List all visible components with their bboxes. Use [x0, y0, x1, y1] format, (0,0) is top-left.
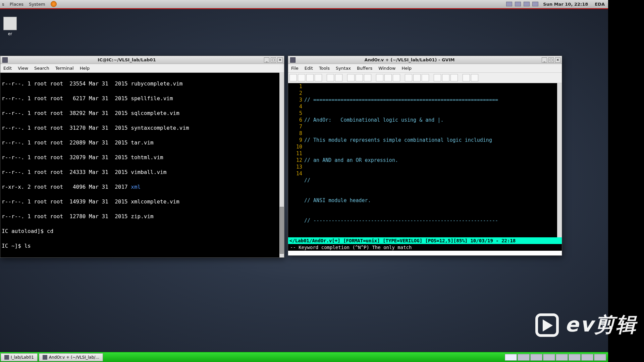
- menu-tools[interactable]: Tools: [316, 66, 333, 71]
- terminal-window[interactable]: IC@IC:~/VLSI_lab/Lab01 _ □ × Edit View S…: [0, 56, 284, 258]
- terminal-scrollbar[interactable]: [279, 73, 284, 257]
- undo-icon[interactable]: [327, 74, 334, 81]
- script-icon[interactable]: [422, 74, 429, 81]
- workspace-3[interactable]: [530, 354, 542, 361]
- terminal-line: r--r--. 1 root root 23554 Mar 31 2015 ru…: [2, 80, 283, 87]
- save-icon[interactable]: [298, 74, 305, 81]
- menu-system[interactable]: System: [26, 2, 48, 7]
- menu-file[interactable]: File: [288, 66, 302, 71]
- maximize-button[interactable]: □: [548, 57, 554, 63]
- paste-icon[interactable]: [364, 74, 371, 81]
- cut-icon[interactable]: [347, 74, 355, 81]
- shell-icon[interactable]: [442, 74, 449, 81]
- tray-icon[interactable]: [506, 2, 512, 6]
- help-icon[interactable]: [463, 74, 470, 81]
- menu-syntax[interactable]: Syntax: [333, 66, 354, 71]
- firefox-icon[interactable]: [51, 1, 57, 7]
- scrollbar-thumb[interactable]: [280, 207, 284, 254]
- tray-icon[interactable]: [515, 2, 521, 6]
- menu-terminal[interactable]: Terminal: [52, 66, 77, 71]
- menu-places[interactable]: Places: [7, 2, 26, 7]
- menu-apps[interactable]: s: [0, 2, 7, 7]
- gvim-editor[interactable]: 1234567891011121314 // =================…: [288, 83, 562, 237]
- open-icon[interactable]: [289, 74, 297, 81]
- gvim-title: AndOr.v + (~/VLSI_lab/Lab01) - GVIM: [298, 57, 542, 62]
- code-line: // =====================================…: [304, 97, 557, 103]
- session2-icon[interactable]: [413, 74, 421, 81]
- terminal-icon: [2, 57, 8, 63]
- menu-help[interactable]: Help: [77, 66, 93, 71]
- gvim-window[interactable]: AndOr.v + (~/VLSI_lab/Lab01) - GVIM _ □ …: [288, 56, 562, 256]
- task-label: AndOr.v + (~/VLSI_lab/...: [49, 355, 99, 360]
- desktop-icon-label: er: [0, 32, 20, 36]
- taskbar[interactable]: I_lab/Lab01 AndOr.v + (~/VLSI_lab/...: [0, 352, 608, 362]
- gvim-toolbar[interactable]: [288, 73, 562, 83]
- code-line: // ANSI module header.: [304, 197, 557, 204]
- print-icon[interactable]: [315, 74, 322, 81]
- red-stripe: [0, 8, 608, 9]
- code-line: // -------------------------------------…: [304, 217, 557, 224]
- search-help-icon[interactable]: [471, 74, 478, 81]
- code-line: // This module represents simple combina…: [304, 137, 557, 143]
- gvim-scrollbar[interactable]: [557, 83, 562, 237]
- task-label: I_lab/Lab01: [11, 355, 34, 360]
- terminal-line: r--r--. 1 root root 24333 Mar 31 2015 vi…: [2, 169, 283, 176]
- workspace-pager[interactable]: [505, 354, 608, 361]
- code-line: //: [304, 177, 557, 184]
- maximize-button[interactable]: □: [271, 57, 276, 63]
- terminal-line: r--r--. 1 root root 14939 Mar 31 2015 xm…: [2, 198, 283, 205]
- tray-icon[interactable]: [524, 2, 530, 6]
- desktop-icon[interactable]: er: [0, 17, 20, 36]
- minimize-button[interactable]: _: [542, 57, 547, 63]
- findprev-icon[interactable]: [393, 74, 400, 81]
- find-icon[interactable]: [376, 74, 383, 81]
- workspace-7[interactable]: [581, 354, 593, 361]
- close-button[interactable]: ×: [277, 57, 283, 63]
- gvim-statusline: </Lab01/AndOr.v[+] [FORMAT=unix] [TYPE=V…: [288, 237, 562, 244]
- terminal-titlebar[interactable]: IC@IC:~/VLSI_lab/Lab01 _ □ ×: [0, 56, 284, 64]
- terminal-line: IC autoload]$ cd: [2, 228, 283, 235]
- user-label[interactable]: EDA: [591, 2, 608, 7]
- gvim-titlebar[interactable]: AndOr.v + (~/VLSI_lab/Lab01) - GVIM _ □ …: [288, 56, 562, 64]
- workspace-8[interactable]: [594, 354, 606, 361]
- workspace-6[interactable]: [569, 354, 581, 361]
- close-button[interactable]: ×: [555, 57, 560, 63]
- menu-window[interactable]: Window: [375, 66, 398, 71]
- redo-icon[interactable]: [335, 74, 342, 81]
- make-icon[interactable]: [434, 74, 441, 81]
- terminal-line: r--r--. 1 root root 31270 Mar 31 2015 sy…: [2, 124, 283, 132]
- workspace-1[interactable]: [505, 354, 517, 361]
- terminal-body[interactable]: r--r--. 1 root root 23554 Mar 31 2015 ru…: [0, 73, 284, 257]
- findnext-icon[interactable]: [384, 74, 392, 81]
- menu-view[interactable]: View: [15, 66, 31, 71]
- menu-help[interactable]: Help: [398, 66, 415, 71]
- minimize-button[interactable]: _: [264, 57, 269, 63]
- gvim-commandline[interactable]: -- Keyword completion (^N^P) The only ma…: [288, 244, 562, 251]
- ctags-icon[interactable]: [450, 74, 458, 81]
- taskbar-button-terminal[interactable]: I_lab/Lab01: [1, 353, 38, 361]
- tray-icon[interactable]: [532, 2, 538, 6]
- terminal-line: r--r--. 1 root root 22089 Mar 31 2015 ta…: [2, 139, 283, 146]
- menu-edit[interactable]: Edit: [0, 66, 15, 71]
- workspace-5[interactable]: [556, 354, 568, 361]
- terminal-line: edu Documents ncsu-cdk-1.6.0.beta Public…: [2, 257, 283, 257]
- gvim-menubar[interactable]: File Edit Tools Syntax Buffers Window He…: [288, 64, 562, 73]
- menu-search[interactable]: Search: [31, 66, 52, 71]
- gvim-gutter: 1234567891011121314: [288, 83, 304, 237]
- terminal-line: r--r--. 1 root root 12780 Mar 31 2015 zi…: [2, 213, 283, 220]
- menu-edit[interactable]: Edit: [302, 66, 316, 71]
- session-icon[interactable]: [405, 74, 412, 81]
- taskbar-button-gvim[interactable]: AndOr.v + (~/VLSI_lab/...: [39, 353, 103, 361]
- copy-icon[interactable]: [356, 74, 363, 81]
- terminal-menubar[interactable]: Edit View Search Terminal Help: [0, 64, 284, 73]
- terminal-line: r-xr-x. 2 root root 4096 Mar 31 2017 xml: [2, 183, 283, 191]
- watermark-text: ev剪辑: [565, 311, 637, 339]
- gvim-text[interactable]: // =====================================…: [304, 83, 557, 237]
- menu-buffers[interactable]: Buffers: [354, 66, 375, 71]
- terminal-line: r--r--. 1 root root 38292 Mar 31 2015 sq…: [2, 110, 283, 117]
- clock[interactable]: Sun Mar 10, 22:18: [540, 2, 591, 7]
- saveall-icon[interactable]: [306, 74, 314, 81]
- workspace-2[interactable]: [518, 354, 530, 361]
- workspace-4[interactable]: [543, 354, 555, 361]
- top-panel[interactable]: s Places System Sun Mar 10, 22:18 EDA: [0, 0, 608, 8]
